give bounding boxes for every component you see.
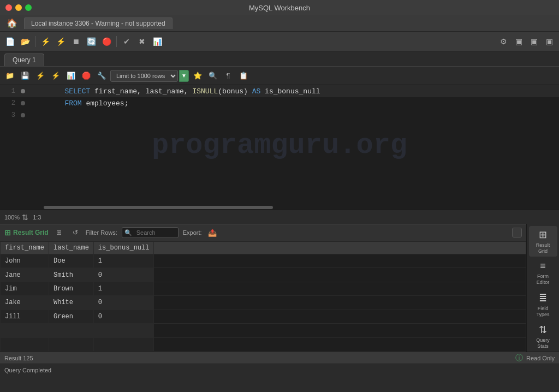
table-cell: Jane [1, 268, 49, 282]
table-cell [1, 324, 49, 337]
table-cell: John [1, 254, 49, 268]
col-is-bonus-null: is_bonus_null [93, 242, 154, 254]
result-count: Result 125 [4, 355, 33, 361]
table-row: JimBrown1 [1, 282, 526, 295]
stop-sql-icon[interactable]: 🛑 [80, 69, 93, 82]
result-grid-tab[interactable]: ⊞ Result Grid [4, 228, 49, 237]
refresh-icon[interactable]: ↺ [69, 227, 81, 239]
schema-icon[interactable]: 🔴 [100, 35, 113, 48]
export-button[interactable]: 📤 [206, 227, 218, 239]
table-cell [1, 337, 49, 351]
filter-search-input[interactable] [132, 227, 176, 238]
sidebar-tool-field-types[interactable]: ≣ Field Types [529, 289, 557, 320]
editor-status: 100% ⇅ 1:3 [0, 210, 559, 224]
export-tb-icon[interactable]: 📊 [151, 35, 164, 48]
preferences-icon[interactable]: ⚙ [497, 35, 510, 48]
run-icon[interactable]: ⚡ [39, 35, 52, 48]
query-tab-1[interactable]: Query 1 [4, 54, 44, 66]
cursor-position: 1:3 [33, 214, 41, 221]
title-bar: MySQL Workbench [0, 0, 559, 15]
table-cell [49, 324, 94, 337]
instance-tab[interactable]: Local instance 3306 - Warning - not supp… [24, 17, 173, 29]
run-cursor-icon[interactable]: ⚡ [49, 69, 62, 82]
sql-editor[interactable]: programguru.org 1 SELECT first_name, las… [0, 85, 559, 205]
table-cell [93, 337, 154, 351]
limit-rows-select[interactable]: Limit to 1000 rows [110, 70, 178, 82]
table-cell: 0 [93, 296, 154, 310]
col-empty [154, 242, 526, 254]
grid-options-icon[interactable]: ⊞ [53, 227, 65, 239]
form-editor-icon: ≡ [540, 260, 546, 272]
zoom-control[interactable]: 100% ⇅ [4, 213, 28, 222]
zoom-arrows[interactable]: ⇅ [22, 213, 28, 222]
table-cell: Green [49, 310, 94, 323]
reconnect-icon[interactable]: 🔄 [85, 35, 98, 48]
results-area: ⊞ Result Grid ⊞ ↺ Filter Rows: 🔍 Export:… [0, 224, 559, 352]
cancel-icon[interactable]: ✖ [135, 35, 148, 48]
close-button[interactable] [5, 4, 12, 11]
sidebar-tool-form-editor[interactable]: ≡ Form Editor [529, 258, 557, 288]
toggle-comments-icon[interactable]: 🔧 [95, 69, 108, 82]
layout-3-icon[interactable]: ▣ [543, 35, 556, 48]
line-marker-1 [21, 89, 25, 93]
sql-toolbar: 📁 💾 ⚡ ⚡ 📊 🛑 🔧 Limit to 1000 rows ▼ ⭐ 🔍 ¶… [0, 67, 559, 85]
form-editor-label: Form Editor [531, 274, 555, 286]
status-bar: Result 125 ⓘ Read Only [0, 352, 559, 364]
search-icon-small: 🔍 [124, 229, 132, 236]
format-sql-icon[interactable]: ¶ [222, 69, 235, 82]
table-cell-empty [154, 268, 526, 282]
snippet-icon[interactable]: 📋 [237, 69, 250, 82]
star-icon[interactable]: ⭐ [191, 69, 204, 82]
minimize-button[interactable] [15, 4, 22, 11]
table-row: JaneSmith0 [1, 268, 526, 282]
table-header-row: first_name last_name is_bonus_null [1, 242, 526, 254]
table-row: JohnDoe1 [1, 254, 526, 268]
zoom-level: 100% [4, 214, 20, 221]
scrollbar-thumb[interactable] [44, 206, 273, 209]
stop-icon[interactable]: ⏹ [69, 35, 82, 48]
table-cell: White [49, 296, 94, 310]
layout-2-icon[interactable]: ▣ [527, 35, 540, 48]
wrap-toggle[interactable] [512, 228, 522, 237]
table-cell: Jake [1, 296, 49, 310]
folder-open-icon[interactable]: 📁 [3, 69, 16, 82]
table-cell: 0 [93, 310, 154, 323]
new-file-icon[interactable]: 📄 [3, 35, 16, 48]
table-row: JakeWhite0 [1, 296, 526, 310]
home-icon[interactable]: 🏠 [4, 16, 20, 31]
query-status-bar: Query Completed [0, 364, 559, 376]
sidebar-tool-result-grid[interactable]: ⊞ Result Grid [529, 226, 557, 257]
save-sql-icon[interactable]: 💾 [19, 69, 32, 82]
results-toolbar: ⊞ Result Grid ⊞ ↺ Filter Rows: 🔍 Export:… [0, 224, 526, 241]
result-grid-icon: ⊞ [539, 229, 547, 241]
data-table-wrapper[interactable]: first_name last_name is_bonus_null JohnD… [0, 241, 526, 352]
run-sql-icon[interactable]: ⚡ [34, 69, 47, 82]
layout-1-icon[interactable]: ▣ [512, 35, 525, 48]
editor-scrollbar[interactable] [0, 205, 559, 210]
table-row [1, 324, 526, 337]
query-stats-label: Query Stats [531, 337, 555, 349]
table-cell-empty [154, 310, 526, 323]
open-file-icon[interactable]: 📂 [19, 35, 32, 48]
line-marker-3 [21, 113, 25, 117]
col-last-name: last_name [49, 242, 94, 254]
table-cell-empty [154, 282, 526, 295]
traffic-lights [5, 4, 32, 11]
check-icon[interactable]: ✔ [120, 35, 133, 48]
maximize-button[interactable] [25, 4, 32, 11]
results-panel: ⊞ Result Grid ⊞ ↺ Filter Rows: 🔍 Export:… [0, 224, 526, 352]
table-cell-empty [154, 337, 526, 351]
table-cell-empty [154, 254, 526, 268]
table-row: JillGreen0 [1, 310, 526, 323]
run-all-icon[interactable]: ⚡ [54, 35, 67, 48]
search-icon[interactable]: 🔍 [206, 69, 219, 82]
info-icon: ⓘ [515, 353, 523, 363]
table-cell: Jill [1, 310, 49, 323]
field-types-label: Field Types [531, 306, 555, 318]
grid-icon: ⊞ [4, 228, 11, 237]
sidebar-tool-query-stats[interactable]: ⇅ Query Stats [529, 321, 557, 352]
limit-arrow-icon[interactable]: ▼ [179, 70, 189, 82]
run-explain-icon[interactable]: 📊 [64, 69, 78, 82]
export-label: Export: [183, 229, 202, 236]
separator-1 [35, 36, 35, 47]
